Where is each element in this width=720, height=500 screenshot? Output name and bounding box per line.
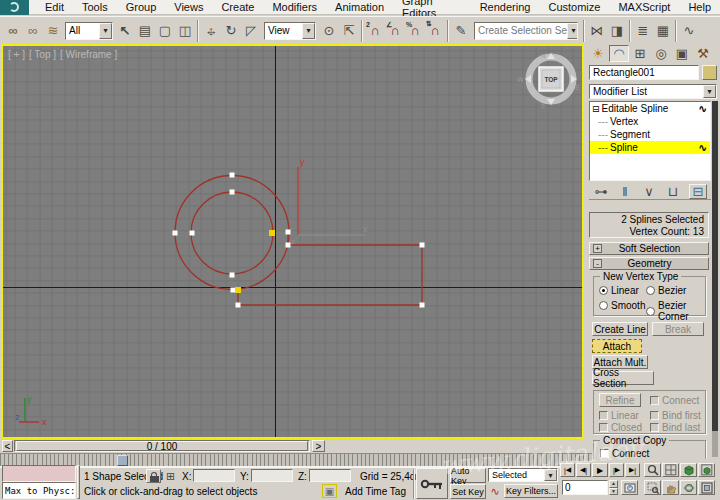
select-and-link-icon[interactable]: ∞	[3, 21, 23, 41]
x-coord-field[interactable]	[193, 469, 235, 482]
maximize-viewport-toggle-icon[interactable]	[698, 480, 715, 495]
menu-group[interactable]: Group	[117, 0, 166, 15]
key-filter-dropdown[interactable]: Selected ▾	[488, 468, 558, 482]
edit-named-selection-sets-icon[interactable]: ✎	[451, 21, 471, 41]
refine-button[interactable]: Refine	[599, 393, 641, 407]
menu-help[interactable]: Help	[679, 0, 720, 15]
configure-modifier-sets-icon[interactable]: ⊟	[689, 184, 707, 199]
scene-explorer-icon[interactable]: ▦	[653, 21, 673, 41]
tab-create[interactable]: ☀	[588, 45, 608, 62]
zoom-all-icon[interactable]	[662, 463, 679, 477]
bind-to-spacewarp-icon[interactable]: ≋	[43, 21, 63, 41]
snap-toggle-icon[interactable]: ∩ 2	[365, 21, 385, 41]
curve-editor-icon[interactable]: ∿	[679, 21, 699, 41]
pin-stack-icon[interactable]: ⊶	[593, 184, 609, 199]
radio-linear[interactable]: Linear	[599, 285, 639, 296]
track-bar[interactable]	[0, 453, 592, 467]
percent-snap-icon[interactable]: ∩ %	[405, 21, 425, 41]
macro-recorder-pane[interactable]	[2, 465, 76, 482]
tab-utilities[interactable]: ⚒	[693, 45, 713, 62]
rectangular-selection-region-icon[interactable]: ▢	[155, 21, 175, 41]
dropdown-arrow-icon[interactable]: ▾	[567, 23, 578, 39]
viewport-canvas[interactable]: y x z y x z	[3, 46, 582, 437]
inner-circle-spline[interactable]	[191, 192, 273, 274]
tab-motion[interactable]: ◎	[651, 45, 671, 62]
object-name-field[interactable]	[589, 65, 699, 80]
window-crossing-icon[interactable]: ◫	[175, 21, 195, 41]
zoom-extents-all-icon[interactable]	[698, 463, 715, 477]
add-time-tag[interactable]: Add Time Tag	[345, 486, 406, 497]
listener-splitter[interactable]	[77, 465, 80, 499]
rollout-geometry[interactable]: - Geometry	[589, 257, 709, 270]
menu-graph-editors[interactable]: Graph Editors	[393, 0, 471, 15]
use-pivot-center-icon[interactable]: ⊙	[319, 21, 339, 41]
dropdown-arrow-icon[interactable]: ▾	[302, 23, 315, 39]
frame-spinner[interactable]: ▲▼	[609, 480, 618, 495]
stack-row-segment[interactable]: --- Segment	[590, 128, 710, 141]
maxscript-listener-pane[interactable]: Max to Physc:	[2, 482, 76, 499]
time-slider-track[interactable]: 0 / 100	[14, 440, 310, 452]
auto-key-button[interactable]: Auto Key	[450, 468, 486, 483]
rectangle-spline[interactable]	[238, 232, 422, 305]
viewport-general-menu[interactable]: [ + ]	[8, 49, 25, 60]
viewport-top[interactable]: y x z y x z	[1, 44, 584, 439]
stack-row-spline-selected[interactable]: --- Spline ∿	[590, 141, 710, 154]
angle-snap-icon[interactable]: ∩ ∠	[385, 21, 405, 41]
remove-modifier-icon[interactable]: ⊔	[665, 184, 681, 199]
select-and-move-icon[interactable]: ↔ ↕	[201, 21, 221, 41]
pan-hand-icon[interactable]	[662, 480, 679, 495]
stack-expand-icon[interactable]: ⊟	[592, 104, 600, 114]
absolute-offset-toggle-icon[interactable]: ⊞	[163, 469, 178, 483]
next-frame-button[interactable]: |▶	[609, 463, 624, 477]
select-object-icon[interactable]: ↖	[115, 21, 135, 41]
bind-last-checkbox[interactable]: Bind last	[650, 422, 700, 433]
selection-lock-icon[interactable]	[146, 469, 161, 483]
modifier-onoff-icon[interactable]: ∿	[699, 142, 707, 153]
menu-views[interactable]: Views	[165, 0, 212, 15]
named-selection-set-dropdown[interactable]: Create Selection Se ▾	[474, 22, 578, 40]
dropdown-arrow-icon[interactable]: ▾	[703, 85, 716, 98]
layer-manager-icon[interactable]: ≣	[633, 21, 653, 41]
attach-button[interactable]: Attach	[592, 339, 642, 353]
stack-row-vertex[interactable]: --- Vertex	[590, 115, 710, 128]
select-and-manipulate-icon[interactable]: ⇱	[339, 21, 359, 41]
menu-maxscript[interactable]: MAXScript	[609, 0, 679, 15]
select-and-scale-icon[interactable]: ◸	[241, 21, 261, 41]
play-button[interactable]: ▶	[592, 463, 608, 477]
viewcube[interactable]: TOP W E N S	[517, 53, 580, 109]
menu-customize[interactable]: Customize	[539, 0, 609, 15]
stack-row-editable-spline[interactable]: ⊟ Editable Spline ∿	[590, 102, 710, 115]
time-slider-left-arrow[interactable]: <	[2, 440, 13, 452]
dropdown-arrow-icon[interactable]: ▾	[99, 23, 112, 39]
go-to-end-button[interactable]: ▶|	[625, 463, 640, 477]
spinner-snap-icon[interactable]: ∩ ⇅	[425, 21, 445, 41]
isolate-selection-toggle-icon[interactable]: ▣	[322, 484, 337, 498]
bind-first-checkbox[interactable]: Bind first	[650, 410, 701, 421]
time-slider-thumb[interactable]: 0 / 100	[16, 441, 308, 451]
select-and-rotate-icon[interactable]: ↻	[221, 21, 241, 41]
orbit-icon[interactable]	[680, 480, 697, 495]
modifier-list-dropdown[interactable]: Modifier List ▾	[589, 84, 717, 99]
closed-checkbox[interactable]: Closed	[599, 422, 642, 433]
panel-scrollbar[interactable]	[712, 101, 718, 457]
time-configuration-icon[interactable]	[621, 480, 638, 495]
scrollbar-thumb[interactable]	[712, 101, 718, 431]
radio-bezier-corner[interactable]: Bezier Corner	[646, 300, 705, 322]
dropdown-arrow-icon[interactable]: ▾	[544, 469, 557, 481]
connect-checkbox[interactable]: Connect	[650, 395, 699, 406]
selection-filter-dropdown[interactable]: All ▾	[65, 22, 113, 40]
radio-bezier[interactable]: Bezier	[646, 285, 686, 296]
align-icon[interactable]: ◨	[607, 21, 627, 41]
z-coord-field[interactable]	[309, 469, 351, 482]
first-vertices[interactable]	[235, 230, 275, 293]
app-logo-icon[interactable]	[0, 0, 29, 15]
menu-animation[interactable]: Animation	[326, 0, 393, 15]
key-filters-button[interactable]: Key Filters...	[504, 484, 558, 498]
time-slider-right-arrow[interactable]: >	[312, 440, 325, 452]
object-color-swatch[interactable]	[702, 65, 717, 80]
current-frame-field[interactable]	[563, 482, 607, 493]
toggle-set-key-mode-button[interactable]	[416, 468, 448, 499]
show-end-result-icon[interactable]: ‖	[617, 184, 633, 199]
cross-section-button[interactable]: Cross Section	[592, 371, 654, 385]
previous-frame-button[interactable]: ◀|	[576, 463, 591, 477]
